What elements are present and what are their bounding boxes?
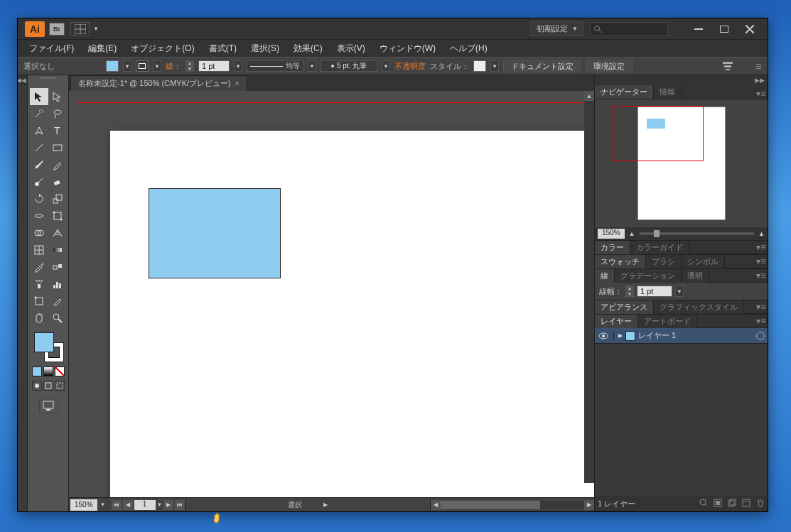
bridge-button[interactable]: Br bbox=[49, 23, 65, 36]
control-menu-icon[interactable]: ☰ bbox=[755, 63, 762, 70]
navigator-zoom-value[interactable]: 150% bbox=[598, 229, 625, 239]
locate-layer-icon[interactable] bbox=[699, 499, 708, 509]
fill-dropdown[interactable]: ▼ bbox=[123, 60, 131, 72]
draw-inside[interactable] bbox=[55, 381, 65, 391]
navigator-tab[interactable]: ナビゲーター bbox=[595, 85, 654, 99]
menu-view[interactable]: 表示(V) bbox=[330, 41, 372, 56]
layer-visibility-icon[interactable] bbox=[598, 330, 609, 342]
layout-arrange-button[interactable] bbox=[70, 22, 90, 36]
artboard-tool[interactable] bbox=[30, 293, 48, 310]
navigator-panel[interactable] bbox=[595, 99, 768, 227]
brush-preview[interactable]: 5 pt. 丸筆 bbox=[321, 60, 377, 72]
stroke-profile[interactable]: 均等 bbox=[247, 60, 303, 72]
workspace-switcher[interactable]: 初期設定▼ bbox=[530, 21, 584, 36]
stroke-swatch[interactable] bbox=[136, 60, 149, 72]
slice-tool[interactable] bbox=[48, 293, 67, 310]
zoom-in-icon[interactable]: ▲ bbox=[758, 230, 765, 237]
shape-builder-tool[interactable] bbox=[30, 224, 48, 241]
close-tab-icon[interactable]: × bbox=[235, 80, 240, 87]
fill-swatch[interactable] bbox=[106, 60, 119, 72]
color-tab[interactable]: カラー bbox=[595, 241, 630, 254]
screen-mode-button[interactable] bbox=[39, 398, 58, 413]
menu-effect[interactable]: 効果(C) bbox=[286, 41, 330, 56]
stroke-width-dropdown[interactable]: ▼ bbox=[675, 286, 684, 297]
line-tool[interactable] bbox=[30, 139, 48, 156]
tool-grip[interactable] bbox=[28, 77, 68, 82]
prev-artboard-button[interactable]: ◀ bbox=[123, 500, 133, 510]
navigator-zoom-slider[interactable] bbox=[640, 232, 755, 235]
eyedropper-tool[interactable] bbox=[30, 259, 48, 276]
appearance-menu-icon[interactable]: ▾≡ bbox=[755, 302, 768, 312]
menu-help[interactable]: ヘルプ(H) bbox=[443, 41, 495, 56]
info-tab[interactable]: 情報 bbox=[654, 85, 682, 99]
close-button[interactable] bbox=[741, 23, 759, 36]
blob-brush-tool[interactable] bbox=[30, 173, 48, 190]
document-setup-button[interactable]: ドキュメント設定 bbox=[503, 60, 581, 72]
zoom-tool[interactable] bbox=[48, 310, 67, 327]
stroke-weight-dropdown[interactable]: ▼ bbox=[234, 60, 242, 72]
menu-select[interactable]: 選択(S) bbox=[244, 41, 286, 56]
brush-dropdown[interactable]: ▼ bbox=[382, 60, 390, 72]
color-mode-solid[interactable] bbox=[32, 367, 42, 376]
eraser-tool[interactable] bbox=[48, 173, 67, 190]
artboard-number[interactable]: 1 bbox=[134, 500, 156, 510]
symbol-tab[interactable]: シンボル bbox=[682, 255, 725, 268]
direct-selection-tool[interactable] bbox=[48, 88, 67, 105]
graph-tool[interactable] bbox=[48, 276, 67, 293]
scale-tool[interactable] bbox=[48, 190, 67, 207]
color-mode-none[interactable] bbox=[55, 367, 65, 376]
pencil-tool[interactable] bbox=[48, 156, 67, 173]
symbol-sprayer-tool[interactable] bbox=[30, 276, 48, 293]
document-tab[interactable]: 名称未設定-1* @ 150% (CMYK/プレビュー) × bbox=[70, 75, 247, 91]
swatch-menu-icon[interactable]: ▾≡ bbox=[755, 256, 768, 266]
new-layer-icon[interactable] bbox=[742, 499, 750, 509]
new-sublayer-icon[interactable] bbox=[728, 499, 736, 509]
lasso-tool[interactable] bbox=[48, 105, 67, 122]
stroke-tab[interactable]: 線 bbox=[595, 269, 615, 283]
align-icon[interactable] bbox=[723, 62, 733, 70]
rotate-tool[interactable] bbox=[30, 190, 48, 207]
stroke-width-input[interactable] bbox=[637, 286, 672, 297]
canvas[interactable]: ▲ bbox=[69, 91, 594, 497]
width-tool[interactable] bbox=[30, 207, 48, 224]
draw-behind[interactable] bbox=[43, 381, 53, 391]
hand-tool[interactable] bbox=[30, 310, 48, 327]
zoom-out-icon[interactable]: ▲ bbox=[629, 230, 635, 237]
layer-expand-icon[interactable]: ▶ bbox=[618, 332, 623, 339]
layer-name[interactable]: レイヤー 1 bbox=[638, 330, 753, 341]
gradient-tool[interactable] bbox=[48, 241, 67, 259]
style-swatch[interactable] bbox=[473, 60, 486, 72]
next-artboard-button[interactable]: ▶ bbox=[163, 500, 173, 510]
search-input[interactable] bbox=[590, 22, 668, 36]
opacity-label[interactable]: 不透明度 bbox=[394, 61, 426, 72]
last-artboard-button[interactable]: ⏭ bbox=[175, 500, 185, 510]
brush-tab[interactable]: ブラシ bbox=[646, 255, 682, 268]
graphic-styles-tab[interactable]: グラフィックスタイル bbox=[654, 300, 744, 314]
layers-menu-icon[interactable]: ▾≡ bbox=[755, 316, 768, 326]
color-guide-tab[interactable]: カラーガイド bbox=[630, 241, 689, 254]
menu-window[interactable]: ウィンドウ(W) bbox=[372, 41, 443, 56]
free-transform-tool[interactable] bbox=[48, 207, 67, 224]
menu-type[interactable]: 書式(T) bbox=[202, 41, 244, 56]
navigator-menu-icon[interactable]: ▾≡ bbox=[755, 89, 768, 99]
color-menu-icon[interactable]: ▾≡ bbox=[755, 242, 768, 252]
style-dropdown[interactable]: ▼ bbox=[490, 60, 499, 72]
perspective-grid-tool[interactable] bbox=[48, 224, 67, 241]
preferences-button[interactable]: 環境設定 bbox=[586, 60, 633, 72]
layers-tab[interactable]: レイヤー bbox=[595, 315, 638, 328]
stroke-width-stepper[interactable]: ▲▼ bbox=[625, 286, 634, 297]
draw-normal[interactable] bbox=[32, 381, 42, 391]
artboards-tab[interactable]: アートボード bbox=[638, 315, 697, 328]
paintbrush-tool[interactable] bbox=[30, 156, 48, 173]
layer-row[interactable]: ▶ レイヤー 1 bbox=[595, 328, 768, 344]
fill-stroke-control[interactable] bbox=[33, 331, 64, 362]
stroke-profile-dropdown[interactable]: ▼ bbox=[308, 60, 316, 72]
stroke-menu-icon[interactable]: ▾≡ bbox=[755, 271, 768, 281]
selection-tool[interactable] bbox=[30, 88, 48, 105]
pen-tool[interactable] bbox=[30, 122, 48, 139]
menu-object[interactable]: オブジェクト(O) bbox=[124, 41, 201, 56]
zoom-display[interactable]: 150% bbox=[70, 499, 97, 511]
menu-edit[interactable]: 編集(E) bbox=[81, 41, 124, 56]
delete-layer-icon[interactable] bbox=[756, 499, 765, 509]
stroke-weight-input[interactable] bbox=[198, 60, 230, 72]
